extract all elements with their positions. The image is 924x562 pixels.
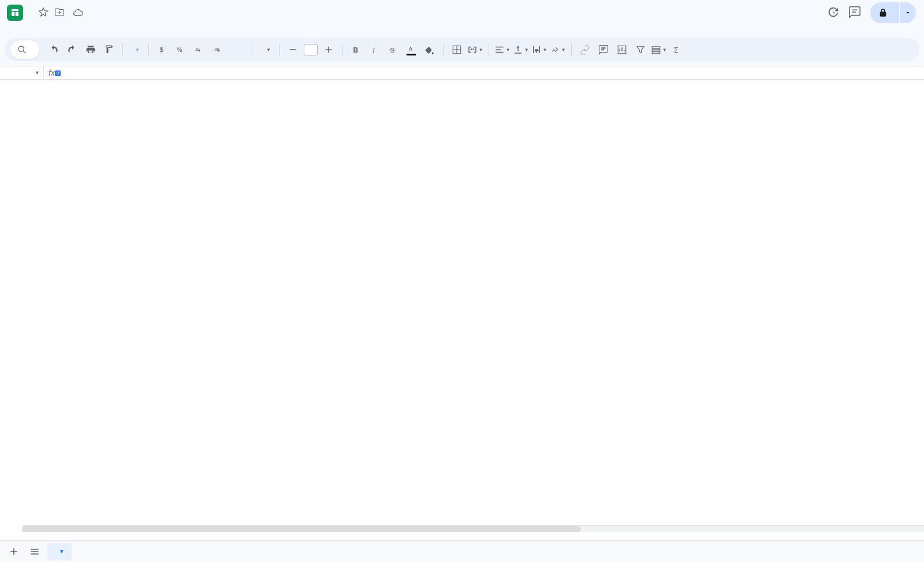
svg-text:.0: .0 (195, 47, 198, 52)
increase-decimal-icon[interactable]: .00 (209, 41, 226, 58)
share-dropdown[interactable] (900, 2, 916, 23)
h-align-icon[interactable]: ▼ (494, 41, 511, 58)
menu-data[interactable] (90, 26, 100, 31)
svg-text:Σ: Σ (674, 46, 678, 54)
fill-color-icon[interactable] (421, 41, 438, 58)
font-size-input[interactable] (304, 44, 318, 55)
header-right (826, 2, 916, 23)
strike-icon[interactable]: S (384, 41, 401, 58)
wrap-icon[interactable]: ▼ (531, 41, 548, 58)
menu-extensions[interactable] (113, 26, 124, 31)
formula-bar: ▼ fx? (0, 66, 924, 80)
currency-icon[interactable]: $ (154, 41, 171, 58)
table-view-icon[interactable]: ▼ (650, 41, 668, 58)
sheet-area (0, 80, 924, 532)
font-size-control (284, 41, 337, 58)
increase-font-icon[interactable] (320, 41, 337, 58)
search-menus[interactable] (10, 40, 39, 59)
decrease-decimal-icon[interactable]: .0 (191, 41, 208, 58)
chevron-down-icon: ▼ (35, 70, 40, 76)
menubar (5, 22, 919, 38)
text-color-icon[interactable]: A (403, 41, 420, 58)
insert-comment-icon[interactable]: + (595, 41, 612, 58)
font-select[interactable]: ▼ (257, 47, 274, 53)
svg-text:B: B (353, 46, 358, 54)
zoom-select[interactable]: ▼ (128, 47, 144, 53)
comments-icon[interactable] (848, 6, 861, 20)
menu-view[interactable] (55, 26, 66, 31)
paint-format-icon[interactable] (100, 41, 118, 58)
svg-text:I: I (372, 46, 375, 54)
share-button[interactable] (870, 2, 899, 23)
bold-icon[interactable]: B (347, 41, 364, 58)
menu-format[interactable] (79, 26, 89, 31)
decrease-font-icon[interactable] (284, 41, 301, 58)
history-icon[interactable] (826, 6, 839, 20)
redo-icon[interactable] (64, 41, 81, 58)
number-format-icon[interactable] (228, 41, 247, 58)
v-align-icon[interactable]: ▼ (512, 41, 530, 58)
title-icons (38, 7, 85, 19)
menu-insert[interactable] (67, 26, 77, 31)
toolbar: ▼ $ % .0 .00 ▼ B I S A ▼ ▼ ▼ ▼ A▼ + ▼ (5, 38, 919, 61)
svg-text:+: + (602, 46, 605, 51)
app-header (0, 0, 924, 38)
merge-icon[interactable]: ▼ (467, 41, 484, 58)
undo-icon[interactable] (45, 41, 62, 58)
print-icon[interactable] (82, 41, 99, 58)
menu-file[interactable] (32, 26, 43, 31)
insert-chart-icon[interactable] (613, 41, 631, 58)
share-button-group (870, 2, 916, 23)
link-icon[interactable] (576, 41, 594, 58)
toolbar-container: ▼ $ % .0 .00 ▼ B I S A ▼ ▼ ▼ ▼ A▼ + ▼ (0, 38, 924, 66)
fx-icon[interactable]: fx? (44, 68, 59, 77)
menu-tools[interactable] (102, 26, 112, 31)
filter-icon[interactable] (632, 41, 649, 58)
svg-text:A: A (408, 46, 412, 53)
menu-edit[interactable] (44, 26, 54, 31)
italic-icon[interactable]: I (366, 41, 383, 58)
svg-text:$: $ (159, 46, 163, 53)
cloud-status[interactable] (73, 8, 85, 18)
functions-icon[interactable]: Σ (669, 41, 686, 58)
horizontal-scrollbar[interactable] (22, 525, 924, 532)
move-icon[interactable] (54, 7, 65, 19)
star-icon[interactable] (38, 7, 49, 19)
rotate-icon[interactable]: A▼ (549, 41, 567, 58)
titlebar (5, 3, 919, 22)
svg-text:A: A (552, 47, 556, 53)
svg-text:%: % (177, 46, 182, 53)
menu-help[interactable] (125, 26, 135, 31)
percent-icon[interactable]: % (172, 41, 189, 58)
borders-icon[interactable] (448, 41, 465, 58)
sheets-logo[interactable] (7, 5, 23, 21)
name-box[interactable]: ▼ (0, 66, 44, 79)
fx-help-badge: ? (55, 70, 61, 76)
